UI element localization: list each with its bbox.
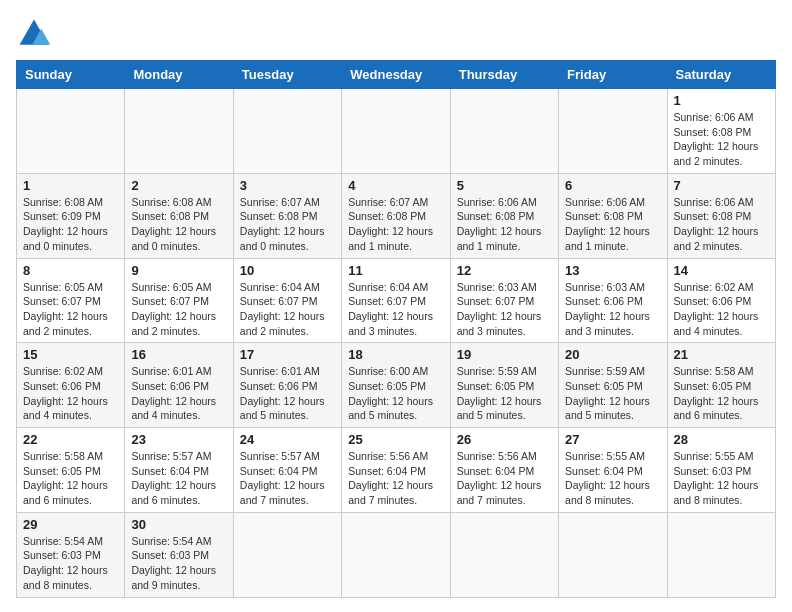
day-info: Sunrise: 5:56 AMSunset: 6:04 PMDaylight:… [457,450,542,506]
day-number: 22 [23,432,118,447]
day-of-week-header: Saturday [667,61,775,89]
day-info: Sunrise: 6:03 AMSunset: 6:07 PMDaylight:… [457,281,542,337]
calendar-cell [17,89,125,174]
day-number: 21 [674,347,769,362]
day-info: Sunrise: 6:00 AMSunset: 6:05 PMDaylight:… [348,365,433,421]
day-number: 14 [674,263,769,278]
day-info: Sunrise: 6:04 AMSunset: 6:07 PMDaylight:… [348,281,433,337]
day-info: Sunrise: 6:05 AMSunset: 6:07 PMDaylight:… [23,281,108,337]
day-number: 10 [240,263,335,278]
day-number: 18 [348,347,443,362]
calendar-cell: 14 Sunrise: 6:02 AMSunset: 6:06 PMDaylig… [667,258,775,343]
calendar-cell [125,89,233,174]
calendar-cell [559,512,667,597]
day-of-week-header: Wednesday [342,61,450,89]
day-number: 12 [457,263,552,278]
calendar-cell: 28 Sunrise: 5:55 AMSunset: 6:03 PMDaylig… [667,428,775,513]
day-of-week-header: Monday [125,61,233,89]
calendar-cell: 5 Sunrise: 6:06 AMSunset: 6:08 PMDayligh… [450,173,558,258]
day-number: 6 [565,178,660,193]
day-number: 15 [23,347,118,362]
calendar-cell: 22 Sunrise: 5:58 AMSunset: 6:05 PMDaylig… [17,428,125,513]
logo [16,16,56,52]
day-number: 28 [674,432,769,447]
day-of-week-header: Tuesday [233,61,341,89]
calendar-cell: 10 Sunrise: 6:04 AMSunset: 6:07 PMDaylig… [233,258,341,343]
day-info: Sunrise: 6:07 AMSunset: 6:08 PMDaylight:… [348,196,433,252]
day-info: Sunrise: 6:01 AMSunset: 6:06 PMDaylight:… [131,365,216,421]
day-info: Sunrise: 6:08 AMSunset: 6:08 PMDaylight:… [131,196,216,252]
day-info: Sunrise: 5:58 AMSunset: 6:05 PMDaylight:… [23,450,108,506]
day-number: 1 [674,93,769,108]
calendar-cell: 18 Sunrise: 6:00 AMSunset: 6:05 PMDaylig… [342,343,450,428]
calendar-cell: 20 Sunrise: 5:59 AMSunset: 6:05 PMDaylig… [559,343,667,428]
day-info: Sunrise: 5:57 AMSunset: 6:04 PMDaylight:… [240,450,325,506]
day-number: 30 [131,517,226,532]
logo-icon [16,16,52,52]
day-info: Sunrise: 6:04 AMSunset: 6:07 PMDaylight:… [240,281,325,337]
calendar-cell: 7 Sunrise: 6:06 AMSunset: 6:08 PMDayligh… [667,173,775,258]
calendar-cell: 17 Sunrise: 6:01 AMSunset: 6:06 PMDaylig… [233,343,341,428]
calendar-cell: 2 Sunrise: 6:08 AMSunset: 6:08 PMDayligh… [125,173,233,258]
day-number: 24 [240,432,335,447]
day-info: Sunrise: 5:56 AMSunset: 6:04 PMDaylight:… [348,450,433,506]
day-number: 5 [457,178,552,193]
day-info: Sunrise: 6:08 AMSunset: 6:09 PMDaylight:… [23,196,108,252]
calendar-week-row: 29 Sunrise: 5:54 AMSunset: 6:03 PMDaylig… [17,512,776,597]
day-info: Sunrise: 5:55 AMSunset: 6:04 PMDaylight:… [565,450,650,506]
calendar-cell [559,89,667,174]
day-of-week-header: Sunday [17,61,125,89]
day-number: 29 [23,517,118,532]
calendar-week-row: 1 Sunrise: 6:08 AMSunset: 6:09 PMDayligh… [17,173,776,258]
day-number: 13 [565,263,660,278]
day-number: 11 [348,263,443,278]
calendar-week-row: 22 Sunrise: 5:58 AMSunset: 6:05 PMDaylig… [17,428,776,513]
day-info: Sunrise: 6:05 AMSunset: 6:07 PMDaylight:… [131,281,216,337]
calendar-cell: 11 Sunrise: 6:04 AMSunset: 6:07 PMDaylig… [342,258,450,343]
day-number: 27 [565,432,660,447]
calendar-cell: 3 Sunrise: 6:07 AMSunset: 6:08 PMDayligh… [233,173,341,258]
day-info: Sunrise: 6:01 AMSunset: 6:06 PMDaylight:… [240,365,325,421]
calendar-cell [233,512,341,597]
calendar-cell [667,512,775,597]
calendar-cell: 8 Sunrise: 6:05 AMSunset: 6:07 PMDayligh… [17,258,125,343]
calendar-cell: 23 Sunrise: 5:57 AMSunset: 6:04 PMDaylig… [125,428,233,513]
day-info: Sunrise: 5:58 AMSunset: 6:05 PMDaylight:… [674,365,759,421]
calendar-cell: 19 Sunrise: 5:59 AMSunset: 6:05 PMDaylig… [450,343,558,428]
day-number: 7 [674,178,769,193]
day-info: Sunrise: 6:06 AMSunset: 6:08 PMDaylight:… [565,196,650,252]
calendar-table: SundayMondayTuesdayWednesdayThursdayFrid… [16,60,776,598]
calendar-cell [450,512,558,597]
calendar-cell [342,512,450,597]
calendar-cell: 15 Sunrise: 6:02 AMSunset: 6:06 PMDaylig… [17,343,125,428]
calendar-cell: 24 Sunrise: 5:57 AMSunset: 6:04 PMDaylig… [233,428,341,513]
day-info: Sunrise: 6:06 AMSunset: 6:08 PMDaylight:… [674,111,759,167]
day-number: 16 [131,347,226,362]
calendar-cell: 6 Sunrise: 6:06 AMSunset: 6:08 PMDayligh… [559,173,667,258]
day-number: 20 [565,347,660,362]
day-number: 25 [348,432,443,447]
day-info: Sunrise: 6:02 AMSunset: 6:06 PMDaylight:… [674,281,759,337]
day-of-week-header: Thursday [450,61,558,89]
calendar-cell [450,89,558,174]
calendar-cell: 4 Sunrise: 6:07 AMSunset: 6:08 PMDayligh… [342,173,450,258]
page-header [16,16,776,52]
calendar-week-row: 1 Sunrise: 6:06 AMSunset: 6:08 PMDayligh… [17,89,776,174]
day-info: Sunrise: 6:03 AMSunset: 6:06 PMDaylight:… [565,281,650,337]
day-of-week-header: Friday [559,61,667,89]
calendar-cell: 26 Sunrise: 5:56 AMSunset: 6:04 PMDaylig… [450,428,558,513]
day-number: 3 [240,178,335,193]
day-number: 9 [131,263,226,278]
calendar-cell: 13 Sunrise: 6:03 AMSunset: 6:06 PMDaylig… [559,258,667,343]
day-info: Sunrise: 5:57 AMSunset: 6:04 PMDaylight:… [131,450,216,506]
calendar-cell: 1 Sunrise: 6:06 AMSunset: 6:08 PMDayligh… [667,89,775,174]
calendar-cell [233,89,341,174]
calendar-cell: 12 Sunrise: 6:03 AMSunset: 6:07 PMDaylig… [450,258,558,343]
day-info: Sunrise: 6:06 AMSunset: 6:08 PMDaylight:… [457,196,542,252]
calendar-cell [342,89,450,174]
day-number: 17 [240,347,335,362]
calendar-cell: 27 Sunrise: 5:55 AMSunset: 6:04 PMDaylig… [559,428,667,513]
day-info: Sunrise: 5:59 AMSunset: 6:05 PMDaylight:… [457,365,542,421]
calendar-cell: 1 Sunrise: 6:08 AMSunset: 6:09 PMDayligh… [17,173,125,258]
day-number: 23 [131,432,226,447]
